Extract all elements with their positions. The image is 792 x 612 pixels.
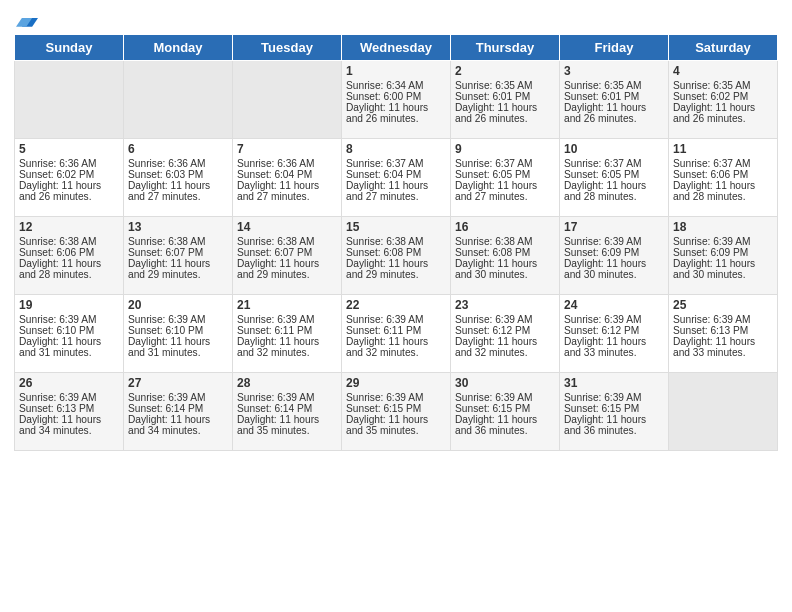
- sunset-label: Sunset: 6:12 PM: [455, 325, 555, 336]
- daylight-label: Daylight: 11 hours and 35 minutes.: [346, 414, 446, 436]
- calendar-cell: 30Sunrise: 6:39 AMSunset: 6:15 PMDayligh…: [451, 373, 560, 451]
- calendar-cell: 25Sunrise: 6:39 AMSunset: 6:13 PMDayligh…: [669, 295, 778, 373]
- day-number: 27: [128, 376, 228, 390]
- daylight-label: Daylight: 11 hours and 28 minutes.: [564, 180, 664, 202]
- day-number: 2: [455, 64, 555, 78]
- daylight-label: Daylight: 11 hours and 31 minutes.: [19, 336, 119, 358]
- sunset-label: Sunset: 6:04 PM: [237, 169, 337, 180]
- daylight-label: Daylight: 11 hours and 36 minutes.: [455, 414, 555, 436]
- daylight-label: Daylight: 11 hours and 32 minutes.: [237, 336, 337, 358]
- day-number: 18: [673, 220, 773, 234]
- daylight-label: Daylight: 11 hours and 31 minutes.: [128, 336, 228, 358]
- calendar-cell: [233, 61, 342, 139]
- calendar-cell: 18Sunrise: 6:39 AMSunset: 6:09 PMDayligh…: [669, 217, 778, 295]
- sunrise-label: Sunrise: 6:39 AM: [346, 392, 446, 403]
- day-number: 21: [237, 298, 337, 312]
- calendar-cell: [124, 61, 233, 139]
- sunset-label: Sunset: 6:01 PM: [564, 91, 664, 102]
- sunset-label: Sunset: 6:09 PM: [564, 247, 664, 258]
- sunrise-label: Sunrise: 6:36 AM: [19, 158, 119, 169]
- weekday-header: Saturday: [669, 35, 778, 61]
- calendar-cell: 10Sunrise: 6:37 AMSunset: 6:05 PMDayligh…: [560, 139, 669, 217]
- day-number: 17: [564, 220, 664, 234]
- daylight-label: Daylight: 11 hours and 27 minutes.: [346, 180, 446, 202]
- sunrise-label: Sunrise: 6:36 AM: [128, 158, 228, 169]
- calendar-cell: 17Sunrise: 6:39 AMSunset: 6:09 PMDayligh…: [560, 217, 669, 295]
- calendar-cell: 9Sunrise: 6:37 AMSunset: 6:05 PMDaylight…: [451, 139, 560, 217]
- day-number: 25: [673, 298, 773, 312]
- sunrise-label: Sunrise: 6:38 AM: [346, 236, 446, 247]
- sunrise-label: Sunrise: 6:39 AM: [673, 236, 773, 247]
- weekday-header: Wednesday: [342, 35, 451, 61]
- day-number: 19: [19, 298, 119, 312]
- daylight-label: Daylight: 11 hours and 26 minutes.: [346, 102, 446, 124]
- daylight-label: Daylight: 11 hours and 34 minutes.: [128, 414, 228, 436]
- sunset-label: Sunset: 6:15 PM: [564, 403, 664, 414]
- calendar-cell: 3Sunrise: 6:35 AMSunset: 6:01 PMDaylight…: [560, 61, 669, 139]
- daylight-label: Daylight: 11 hours and 30 minutes.: [564, 258, 664, 280]
- daylight-label: Daylight: 11 hours and 29 minutes.: [346, 258, 446, 280]
- sunrise-label: Sunrise: 6:39 AM: [455, 392, 555, 403]
- sunset-label: Sunset: 6:14 PM: [237, 403, 337, 414]
- day-number: 5: [19, 142, 119, 156]
- sunset-label: Sunset: 6:14 PM: [128, 403, 228, 414]
- sunrise-label: Sunrise: 6:35 AM: [455, 80, 555, 91]
- day-number: 26: [19, 376, 119, 390]
- day-number: 14: [237, 220, 337, 234]
- sunrise-label: Sunrise: 6:39 AM: [564, 236, 664, 247]
- day-number: 30: [455, 376, 555, 390]
- calendar-cell: 8Sunrise: 6:37 AMSunset: 6:04 PMDaylight…: [342, 139, 451, 217]
- logo: [14, 10, 38, 26]
- sunrise-label: Sunrise: 6:39 AM: [564, 392, 664, 403]
- calendar-cell: 19Sunrise: 6:39 AMSunset: 6:10 PMDayligh…: [15, 295, 124, 373]
- daylight-label: Daylight: 11 hours and 29 minutes.: [128, 258, 228, 280]
- sunset-label: Sunset: 6:02 PM: [673, 91, 773, 102]
- daylight-label: Daylight: 11 hours and 30 minutes.: [455, 258, 555, 280]
- sunrise-label: Sunrise: 6:34 AM: [346, 80, 446, 91]
- sunset-label: Sunset: 6:11 PM: [237, 325, 337, 336]
- calendar-cell: 31Sunrise: 6:39 AMSunset: 6:15 PMDayligh…: [560, 373, 669, 451]
- sunset-label: Sunset: 6:12 PM: [564, 325, 664, 336]
- sunrise-label: Sunrise: 6:37 AM: [564, 158, 664, 169]
- sunset-label: Sunset: 6:10 PM: [128, 325, 228, 336]
- sunrise-label: Sunrise: 6:39 AM: [237, 314, 337, 325]
- sunset-label: Sunset: 6:13 PM: [19, 403, 119, 414]
- calendar-table: SundayMondayTuesdayWednesdayThursdayFrid…: [14, 34, 778, 451]
- weekday-header: Sunday: [15, 35, 124, 61]
- sunset-label: Sunset: 6:08 PM: [346, 247, 446, 258]
- sunset-label: Sunset: 6:02 PM: [19, 169, 119, 180]
- sunrise-label: Sunrise: 6:35 AM: [564, 80, 664, 91]
- day-number: 28: [237, 376, 337, 390]
- daylight-label: Daylight: 11 hours and 27 minutes.: [128, 180, 228, 202]
- sunrise-label: Sunrise: 6:39 AM: [346, 314, 446, 325]
- day-number: 20: [128, 298, 228, 312]
- weekday-header: Tuesday: [233, 35, 342, 61]
- daylight-label: Daylight: 11 hours and 33 minutes.: [564, 336, 664, 358]
- sunset-label: Sunset: 6:04 PM: [346, 169, 446, 180]
- calendar-header: SundayMondayTuesdayWednesdayThursdayFrid…: [15, 35, 778, 61]
- calendar-week-row: 1Sunrise: 6:34 AMSunset: 6:00 PMDaylight…: [15, 61, 778, 139]
- page-header: [14, 10, 778, 26]
- sunset-label: Sunset: 6:09 PM: [673, 247, 773, 258]
- sunrise-label: Sunrise: 6:38 AM: [128, 236, 228, 247]
- header-row: SundayMondayTuesdayWednesdayThursdayFrid…: [15, 35, 778, 61]
- day-number: 11: [673, 142, 773, 156]
- weekday-header: Thursday: [451, 35, 560, 61]
- sunset-label: Sunset: 6:11 PM: [346, 325, 446, 336]
- day-number: 12: [19, 220, 119, 234]
- sunset-label: Sunset: 6:15 PM: [455, 403, 555, 414]
- daylight-label: Daylight: 11 hours and 26 minutes.: [19, 180, 119, 202]
- sunrise-label: Sunrise: 6:39 AM: [128, 314, 228, 325]
- sunrise-label: Sunrise: 6:39 AM: [19, 314, 119, 325]
- daylight-label: Daylight: 11 hours and 35 minutes.: [237, 414, 337, 436]
- sunset-label: Sunset: 6:06 PM: [19, 247, 119, 258]
- weekday-header: Friday: [560, 35, 669, 61]
- sunset-label: Sunset: 6:00 PM: [346, 91, 446, 102]
- sunrise-label: Sunrise: 6:38 AM: [237, 236, 337, 247]
- day-number: 24: [564, 298, 664, 312]
- day-number: 22: [346, 298, 446, 312]
- calendar-cell: 4Sunrise: 6:35 AMSunset: 6:02 PMDaylight…: [669, 61, 778, 139]
- sunset-label: Sunset: 6:01 PM: [455, 91, 555, 102]
- calendar-week-row: 12Sunrise: 6:38 AMSunset: 6:06 PMDayligh…: [15, 217, 778, 295]
- daylight-label: Daylight: 11 hours and 27 minutes.: [455, 180, 555, 202]
